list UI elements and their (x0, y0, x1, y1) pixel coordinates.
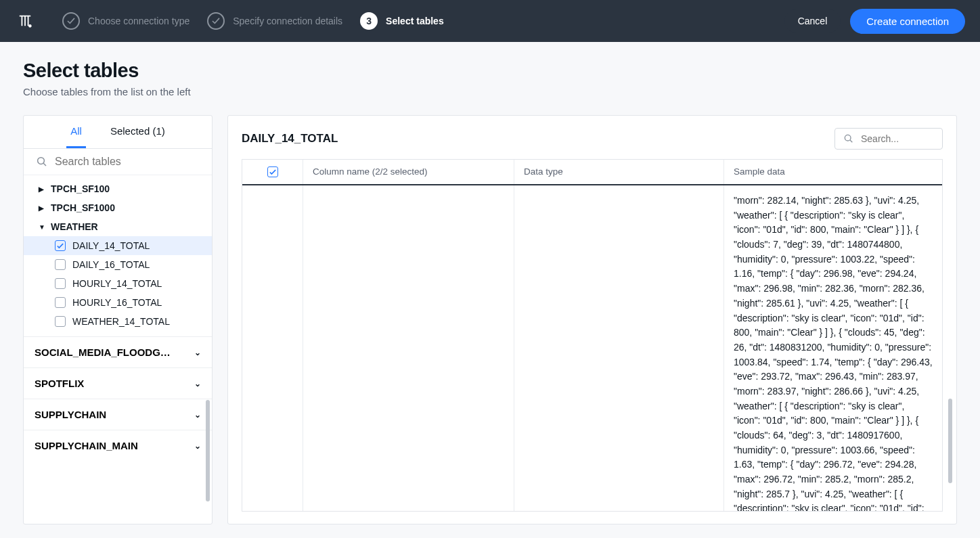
search-tables-input[interactable] (55, 156, 201, 168)
search-icon (36, 156, 48, 168)
schema-label: WEATHER (51, 221, 98, 232)
svg-point-0 (28, 24, 32, 28)
table-label: HOURLY_14_TOTAL (72, 278, 162, 289)
schema-label: TPCH_SF100 (51, 183, 110, 194)
checkbox[interactable] (55, 240, 66, 251)
step-2[interactable]: Specify connection details (207, 12, 342, 30)
header-checkbox-cell[interactable] (242, 160, 303, 184)
column-row[interactable]: "morn": 282.14, "night": 285.63 }, "uvi"… (242, 185, 942, 511)
schema-node[interactable]: ▼ WEATHER (24, 217, 212, 236)
page-subtitle: Choose tables from the list on the left (23, 86, 957, 97)
checkbox[interactable] (55, 316, 66, 327)
database-section[interactable]: SOCIAL_MEDIA_FLOODG… ⌄ (24, 336, 212, 367)
app-logo (15, 11, 35, 31)
tab-selected[interactable]: Selected (1) (106, 116, 169, 148)
table-label: WEATHER_14_TOTAL (72, 316, 170, 327)
select-all-checkbox[interactable] (267, 166, 278, 177)
columns-table-header: Column name (2/2 selected) Data type Sam… (242, 160, 942, 185)
column-name-cell (303, 185, 514, 511)
columns-header: DAILY_14_TOTAL (242, 128, 943, 150)
table-item[interactable]: DAILY_16_TOTAL (24, 255, 212, 274)
database-section[interactable]: SUPPLYCHAIN_MAIN ⌄ (24, 430, 212, 461)
step-3[interactable]: 3 Select tables (360, 12, 444, 30)
table-item[interactable]: HOURLY_16_TOTAL (24, 293, 212, 312)
database-section[interactable]: SUPPLYCHAIN ⌄ (24, 399, 212, 430)
search-columns-field[interactable] (834, 128, 943, 150)
checkbox[interactable] (55, 259, 66, 270)
columns-panel: DAILY_14_TOTAL Column name (2/2 selected… (227, 115, 957, 524)
svg-point-1 (38, 158, 45, 164)
header-data-type[interactable]: Data type (514, 160, 724, 184)
wizard-steps: Choose connection type Specify connectio… (62, 12, 784, 30)
sample-data-cell: "morn": 282.14, "night": 285.63 }, "uvi"… (724, 185, 942, 511)
scrollbar-thumb[interactable] (948, 399, 952, 483)
table-item-daily-14-total[interactable]: DAILY_14_TOTAL (24, 236, 212, 255)
caret-down-icon: ▼ (39, 223, 45, 231)
split-panes: All Selected (1) ▶ TPCH_SF100 ▶ TPCH_SF1… (23, 115, 957, 524)
step-label: Choose connection type (88, 16, 190, 26)
scrollbar-thumb[interactable] (206, 400, 210, 501)
table-tabs: All Selected (1) (24, 116, 212, 149)
table-label: HOURLY_16_TOTAL (72, 297, 162, 308)
wizard-header: Choose connection type Specify connectio… (0, 0, 980, 42)
step-number-icon: 3 (360, 12, 378, 30)
checkbox[interactable] (55, 278, 66, 289)
check-circle-icon (62, 12, 80, 30)
caret-right-icon: ▶ (39, 185, 45, 193)
svg-point-2 (845, 135, 851, 141)
step-label: Select tables (386, 16, 444, 26)
chevron-down-icon: ⌄ (194, 441, 201, 451)
header-actions: Cancel Create connection (784, 9, 965, 34)
header-column-name[interactable]: Column name (2/2 selected) (303, 160, 514, 184)
database-label: SOCIAL_MEDIA_FLOODG… (35, 346, 171, 358)
search-icon (843, 133, 854, 144)
page-title: Select tables (23, 60, 957, 82)
tables-panel: All Selected (1) ▶ TPCH_SF100 ▶ TPCH_SF1… (23, 115, 213, 524)
check-circle-icon (207, 12, 225, 30)
chevron-down-icon: ⌄ (194, 379, 201, 388)
create-connection-button[interactable]: Create connection (850, 9, 965, 34)
step-1[interactable]: Choose connection type (62, 12, 190, 30)
table-item[interactable]: WEATHER_14_TOTAL (24, 312, 212, 331)
database-label: SUPPLYCHAIN_MAIN (35, 440, 138, 451)
table-label: DAILY_16_TOTAL (72, 259, 150, 270)
columns-table-body[interactable]: "morn": 282.14, "night": 285.63 }, "uvi"… (242, 185, 942, 511)
search-columns-input[interactable] (861, 133, 957, 144)
schema-node[interactable]: ▶ TPCH_SF100 (24, 179, 212, 198)
table-item[interactable]: HOURLY_14_TOTAL (24, 274, 212, 293)
step-label: Specify connection details (233, 16, 342, 26)
row-checkbox-cell[interactable] (242, 185, 303, 511)
chevron-down-icon: ⌄ (194, 348, 201, 357)
checkbox[interactable] (55, 297, 66, 308)
schema-tree[interactable]: ▶ TPCH_SF100 ▶ TPCH_SF1000 ▼ WEATHER DAI… (24, 175, 212, 524)
schema-node[interactable]: ▶ TPCH_SF1000 (24, 198, 212, 217)
page-content: Select tables Choose tables from the lis… (0, 42, 980, 538)
cancel-button[interactable]: Cancel (784, 9, 841, 32)
caret-right-icon: ▶ (39, 204, 45, 212)
schema-label: TPCH_SF1000 (51, 202, 115, 213)
header-sample-data[interactable]: Sample data (724, 160, 942, 184)
chevron-down-icon: ⌄ (194, 410, 201, 420)
selected-table-name: DAILY_14_TOTAL (242, 132, 338, 145)
database-label: SUPPLYCHAIN (35, 409, 106, 420)
columns-table: Column name (2/2 selected) Data type Sam… (242, 159, 943, 512)
search-tables-field[interactable] (24, 149, 212, 175)
database-section[interactable]: SPOTFLIX ⌄ (24, 367, 212, 399)
data-type-cell (514, 185, 724, 511)
database-label: SPOTFLIX (35, 378, 84, 389)
tab-all[interactable]: All (66, 116, 86, 148)
table-label: DAILY_14_TOTAL (72, 240, 150, 251)
